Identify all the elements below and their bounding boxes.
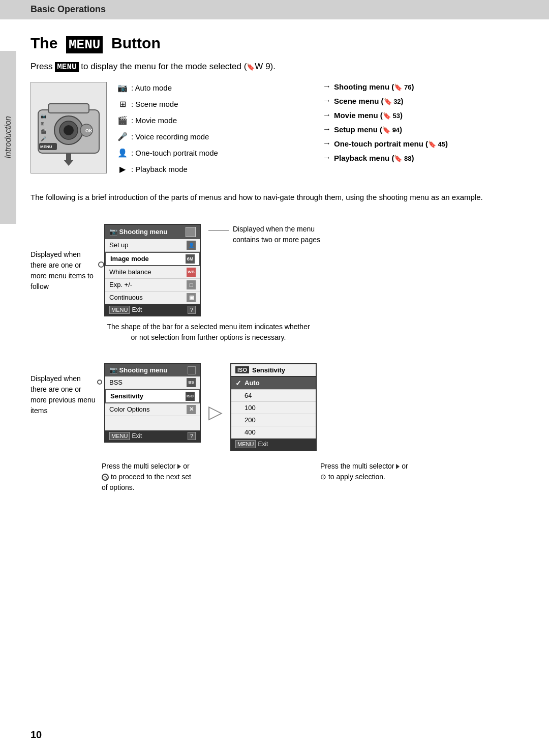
intro-paragraph: Press MENU to display the menu for the m…	[30, 62, 518, 72]
caption-left-line2: ⊙ to proceed to the next set	[102, 472, 300, 482]
caption-right-line1: Press the multi selector or	[320, 461, 518, 472]
svg-marker-9	[64, 153, 74, 166]
arrow-icon-movie: →	[323, 110, 331, 120]
menu-footer-2: MENU Exit ?	[105, 430, 200, 442]
svg-text:🎤: 🎤	[41, 136, 47, 142]
svg-text:🎬: 🎬	[41, 128, 47, 134]
diagram1-annotation-left: Displayed when there are one or more men…	[30, 219, 97, 292]
diagram2-section: Displayed when there are one or more pre…	[30, 358, 518, 451]
diagram1-annotation-right: Displayed when the menu contains two or …	[233, 224, 334, 245]
diagram1-annotation-right-wrapper: Displayed when the menu contains two or …	[208, 219, 334, 245]
sens-exit-label: Exit	[258, 441, 268, 448]
sens-option-64: 64	[235, 392, 252, 399]
arrow-label-portrait: One-touch portrait menu (🔖 45)	[334, 139, 448, 148]
sens-option-100: 100	[235, 404, 256, 412]
arrow-label-scene: Scene menu (🔖 32)	[334, 97, 404, 105]
arrow-item-scene: → Scene menu (🔖 32)	[323, 96, 518, 105]
portrait-mode-icon: 👤	[117, 147, 128, 158]
arrow-label-setup: Setup menu (🔖 94)	[334, 125, 402, 134]
arrow-item-playback: → Playback menu (🔖 88)	[323, 153, 518, 162]
menu-row-setup: Set up 👤	[105, 239, 200, 252]
iso-badge: ISO	[235, 366, 249, 373]
sens-row-64: 64	[231, 390, 316, 402]
arrow-item-portrait: → One-touch portrait menu (🔖 45)	[323, 139, 518, 148]
sens-row-100: 100	[231, 402, 316, 414]
svg-text:MENU: MENU	[40, 144, 52, 149]
caption-right: Press the multi selector or ⊙ to apply s…	[320, 461, 518, 493]
svg-text:OK: OK	[85, 128, 93, 133]
svg-rect-4	[48, 104, 89, 113]
menu-row-exp: Exp. +/- □	[105, 279, 200, 292]
header-label: Basic Operations	[30, 4, 106, 14]
mode-label-auto: : Auto mode	[131, 83, 172, 92]
help-icon: ?	[188, 306, 196, 314]
arrow-icon-shooting: →	[323, 82, 331, 91]
bottom-captions: Press the multi selector or ⊙ to proceed…	[102, 461, 518, 493]
title-suffix: Button	[111, 35, 161, 51]
mode-label-movie: : Movie mode	[131, 116, 177, 125]
menu-row-icon-bss: BS	[187, 378, 196, 387]
sens-option-200: 200	[235, 416, 256, 424]
diagram-arrow-between: ▷	[208, 401, 223, 423]
menu-row-icon-color: ✕	[187, 405, 196, 414]
menu-row-icon-setup: 👤	[187, 241, 196, 250]
intro-text-after: to display the menu for the mode selecte…	[81, 62, 247, 71]
menu-row-icon-sens: ISO	[186, 392, 195, 401]
diagram1-menu-box: 📷 Shooting menu Set up 👤 Image mode 6M W…	[104, 224, 201, 316]
arrow-icon-playback: →	[323, 153, 331, 162]
sens-row-200: 200	[231, 414, 316, 426]
sens-option-auto: Auto	[245, 379, 260, 387]
menu-row-bss: BSS BS	[105, 376, 200, 389]
mode-label-scene: : Scene mode	[131, 100, 178, 108]
check-icon-auto: ✓	[235, 379, 241, 387]
mode-list: 📷 : Auto mode ⊞ : Scene mode 🎬 : Movie m…	[117, 82, 313, 180]
arrow-label-playback: Playback menu (🔖 88)	[334, 154, 414, 162]
menu-row-icon-image: 6M	[186, 254, 195, 264]
menu-page-indicator	[186, 227, 196, 237]
sens-row-auto: ✓ Auto	[231, 377, 316, 390]
top-bar-header: Basic Operations	[0, 0, 549, 19]
menu-page-indicator-2	[188, 366, 196, 374]
arrow-item-movie: → Movie menu (🔖 53)	[323, 110, 518, 120]
menu-key-label: MENU	[109, 306, 130, 314]
playback-mode-icon: ▶	[117, 163, 128, 175]
arrow-icon-portrait: →	[323, 139, 331, 148]
menu-empty-row	[105, 416, 200, 430]
mode-label-portrait: : One-touch portrait mode	[131, 149, 218, 157]
sidebar-label: Introduction	[4, 116, 13, 159]
mode-item-voice: 🎤 : Voice recording mode	[117, 131, 313, 142]
arrow-label-movie: Movie menu (🔖 53)	[334, 111, 403, 120]
arrow-item-setup: → Setup menu (🔖 94)	[323, 125, 518, 134]
arrow-item-shooting: → Shooting menu (🔖 76)	[323, 82, 518, 91]
mode-item-portrait: 👤 : One-touch portrait mode	[117, 147, 313, 158]
menu-row-white-balance: White balance WB	[105, 266, 200, 279]
shape-description: The shape of the bar for a selected menu…	[107, 322, 310, 343]
caption-left: Press the multi selector or ⊙ to proceed…	[102, 461, 300, 493]
svg-text:📷: 📷	[41, 113, 47, 119]
tri-right-icon-left	[177, 464, 181, 469]
menu-row-continuous: Continuous ▣	[105, 292, 200, 304]
menu-row-image-mode: Image mode 6M	[105, 252, 200, 266]
caption-left-line3: of options.	[102, 482, 300, 493]
camera-image: OK MENU 📷 ⊞ 🎬 🎤	[30, 82, 107, 173]
arrow-icon-setup: →	[323, 125, 331, 134]
menu-row-sensitivity: Sensitivity ISO	[105, 389, 200, 403]
menu-row-icon-cont: ▣	[187, 293, 196, 302]
mode-section: OK MENU 📷 ⊞ 🎬 🎤 📷 : Auto mode ⊞ : S	[30, 82, 518, 180]
diagram2-menu-box: 📷 Shooting menu BSS BS Sensitivity ISO C…	[104, 363, 201, 443]
sens-row-400: 400	[231, 426, 316, 439]
movie-mode-icon: 🎬	[117, 114, 128, 126]
arrow-list: → Shooting menu (🔖 76) → Scene menu (🔖 3…	[323, 82, 518, 180]
caption-left-line1: Press the multi selector or	[102, 461, 300, 472]
menu-footer-1: MENU Exit ?	[105, 304, 200, 315]
menu-key-label-2: MENU	[109, 432, 130, 440]
sens-menu-key: MENU	[235, 440, 256, 448]
menu-row-color: Color Options ✕	[105, 403, 200, 416]
diagram2-annotation-left: Displayed when there are one or more pre…	[30, 358, 97, 416]
mode-item-scene: ⊞ : Scene mode	[117, 98, 313, 109]
scene-mode-icon: ⊞	[117, 98, 128, 109]
svg-text:⊞: ⊞	[41, 121, 45, 126]
menu-row-icon-exp: □	[187, 280, 196, 289]
desc-paragraph: The following is a brief introduction of…	[30, 192, 518, 203]
intro-menu-word: MENU	[55, 62, 78, 72]
